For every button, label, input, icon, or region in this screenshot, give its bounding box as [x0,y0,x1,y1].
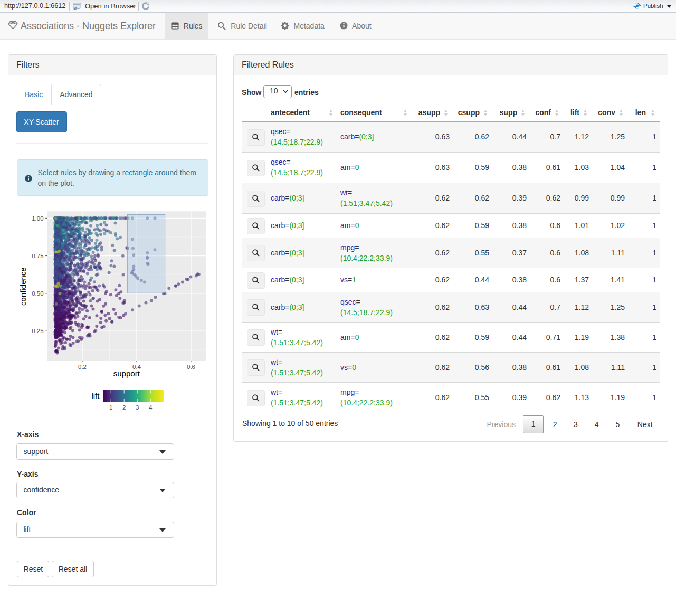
svg-text:0.2: 0.2 [78,364,87,370]
svg-text:3: 3 [135,404,138,410]
svg-text:confidence: confidence [18,267,27,306]
svg-text:0.75: 0.75 [32,252,43,259]
svg-text:support: support [113,368,140,377]
svg-text:4: 4 [148,404,152,410]
svg-text:1: 1 [109,404,112,410]
svg-text:2: 2 [122,404,125,410]
svg-text:0.25: 0.25 [32,328,43,334]
svg-text:0.6: 0.6 [187,364,195,370]
svg-text:lift: lift [91,391,100,400]
svg-text:0.50: 0.50 [32,290,43,297]
svg-text:1.00: 1.00 [32,215,43,221]
